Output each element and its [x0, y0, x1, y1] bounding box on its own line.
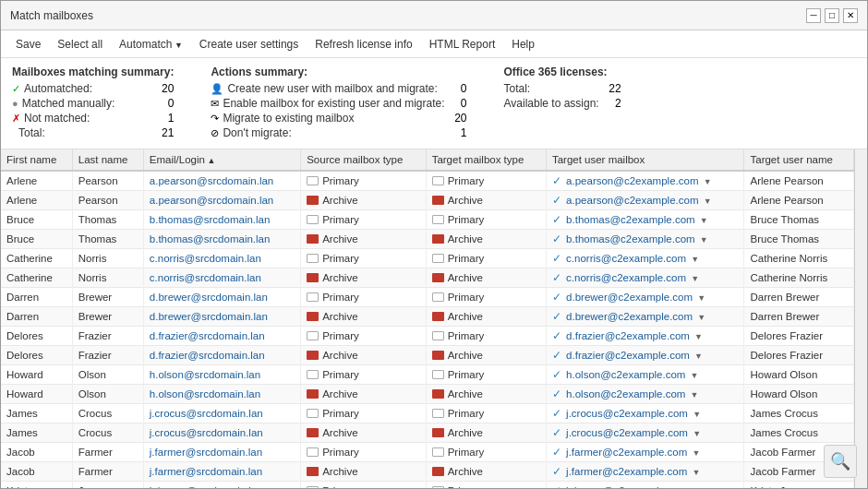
dropdown-arrow-icon[interactable]: ▼ — [694, 352, 703, 361]
dropdown-arrow-icon[interactable]: ▼ — [697, 313, 705, 322]
dropdown-arrow-icon[interactable]: ▼ — [693, 429, 701, 438]
cell-email: c.norris@srcdomain.lan — [143, 268, 300, 288]
person-icon: 👤 — [211, 83, 223, 95]
source-type-label: Primary — [322, 369, 359, 380]
table-row[interactable]: Delores Frazier d.frazier@srcdomain.lan … — [1, 346, 854, 365]
table-row[interactable]: Bruce Thomas b.thomas@srcdomain.lan Arch… — [1, 230, 854, 249]
col-target-name[interactable]: Target user name — [744, 149, 854, 171]
menu-save[interactable]: Save — [8, 35, 48, 54]
dropdown-arrow-icon[interactable]: ▼ — [691, 371, 699, 380]
table-row[interactable]: Arlene Pearson a.pearson@srcdomain.lan A… — [1, 191, 854, 210]
dropdown-arrow-icon[interactable]: ▼ — [692, 468, 700, 477]
col-target-type[interactable]: Target mailbox type — [426, 149, 546, 171]
cell-target-type: Archive — [426, 346, 546, 365]
search-button[interactable]: 🔍 — [824, 445, 857, 478]
cell-target-type: Primary — [426, 210, 546, 230]
total-label: Total: — [18, 126, 45, 139]
minimize-button[interactable]: ─ — [806, 8, 821, 23]
col-last-name[interactable]: Last name — [72, 149, 143, 171]
dropdown-arrow-icon[interactable]: ▼ — [700, 216, 708, 225]
dropdown-arrow-icon[interactable]: ▼ — [692, 448, 700, 458]
cell-target-name: James Crocus — [744, 404, 854, 423]
dropdown-arrow-icon[interactable]: ▼ — [691, 390, 699, 400]
table-row[interactable]: James Crocus j.crocus@srcdomain.lan Arch… — [1, 423, 854, 443]
table-row[interactable]: Bruce Thomas b.thomas@srcdomain.lan Prim… — [1, 210, 854, 230]
checkmark-icon: ✓ — [552, 466, 561, 477]
cell-last: Brewer — [72, 307, 143, 327]
cell-target-name: Bruce Thomas — [744, 210, 854, 230]
table-row[interactable]: Darren Brewer d.brewer@srcdomain.lan Arc… — [1, 307, 854, 327]
dropdown-arrow-icon[interactable]: ▼ — [693, 410, 701, 419]
cell-email: d.brewer@srcdomain.lan — [143, 288, 300, 307]
cell-email: h.olson@srcdomain.lan — [143, 385, 300, 404]
table-row[interactable]: Catherine Norris c.norris@srcdomain.lan … — [1, 268, 854, 288]
checkmark-icon: ✓ — [552, 369, 561, 380]
cell-source-type: Archive — [301, 385, 426, 404]
table-row[interactable]: Arlene Pearson a.pearson@srcdomain.lan P… — [1, 171, 854, 191]
col-source-type[interactable]: Source mailbox type — [301, 149, 426, 171]
cell-last: Crocus — [72, 423, 143, 443]
archive-icon — [307, 312, 319, 321]
table-row[interactable]: Kristy James k.james@srcdomain.lan Prima… — [1, 482, 854, 489]
dropdown-arrow-icon[interactable]: ▼ — [691, 274, 699, 283]
dropdown-arrow-icon[interactable]: ▼ — [691, 255, 699, 264]
table-row[interactable]: Jacob Farmer j.farmer@srcdomain.lan Arch… — [1, 462, 854, 482]
cell-target-type: Archive — [426, 268, 546, 288]
menu-bar: Save Select all Automatch Create user se… — [1, 30, 867, 58]
archive-icon — [307, 196, 319, 205]
table-row[interactable]: Howard Olson h.olson@srcdomain.lan Archi… — [1, 385, 854, 404]
cell-target-mailbox: ✓ j.crocus@c2example.com ▼ — [546, 404, 744, 423]
cell-last: Farmer — [72, 443, 143, 462]
menu-create-user-settings[interactable]: Create user settings — [192, 35, 306, 54]
source-type-label: Archive — [322, 311, 357, 322]
summary-bar: Mailboxes matching summary: ✓ Automatche… — [1, 58, 867, 149]
cell-target-type: Primary — [426, 327, 546, 346]
table-row[interactable]: Delores Frazier d.frazier@srcdomain.lan … — [1, 327, 854, 346]
scrollbar[interactable] — [854, 149, 867, 488]
envelope-icon: ✉ — [211, 98, 219, 110]
cell-last: Crocus — [72, 404, 143, 423]
cell-last: Brewer — [72, 288, 143, 307]
dropdown-arrow-icon[interactable]: ▼ — [700, 235, 708, 244]
source-type-label: Primary — [322, 447, 359, 458]
dropdown-arrow-icon[interactable]: ▼ — [697, 293, 705, 303]
cell-target-mailbox: ✓ a.pearson@c2example.com ▼ — [546, 171, 744, 191]
col-first-name[interactable]: First name — [1, 149, 72, 171]
close-button[interactable]: ✕ — [843, 8, 858, 23]
source-type-label: Archive — [322, 388, 357, 400]
table-row[interactable]: Howard Olson h.olson@srcdomain.lan Prima… — [1, 365, 854, 385]
cell-source-type: Archive — [301, 230, 426, 249]
table-row[interactable]: Catherine Norris c.norris@srcdomain.lan … — [1, 249, 854, 268]
menu-refresh-license[interactable]: Refresh license info — [307, 35, 419, 54]
dropdown-arrow-icon[interactable]: ▼ — [693, 487, 701, 488]
mailboxes-summary: Mailboxes matching summary: ✓ Automatche… — [12, 66, 174, 141]
table-row[interactable]: Jacob Farmer j.farmer@srcdomain.lan Prim… — [1, 443, 854, 462]
menu-select-all[interactable]: Select all — [50, 35, 110, 54]
table-scroll[interactable]: First name Last name Email/Login Source … — [1, 149, 854, 488]
menu-help[interactable]: Help — [504, 35, 542, 54]
enable-mailbox-label: Enable mailbox for existing user and mig… — [223, 97, 444, 110]
maximize-button[interactable]: □ — [825, 8, 839, 23]
source-type-label: Archive — [322, 272, 357, 283]
target-type-label: Archive — [448, 466, 483, 477]
table-row[interactable]: Darren Brewer d.brewer@srcdomain.lan Pri… — [1, 288, 854, 307]
archive-icon — [432, 312, 444, 321]
cell-email: a.pearson@srcdomain.lan — [143, 171, 300, 191]
table-row[interactable]: James Crocus j.crocus@srcdomain.lan Prim… — [1, 404, 854, 423]
target-type-label: Primary — [448, 485, 485, 489]
target-type-label: Archive — [448, 388, 483, 400]
menu-automatch[interactable]: Automatch — [112, 35, 190, 54]
col-target-mailbox[interactable]: Target user mailbox — [546, 149, 744, 171]
cell-target-mailbox: ✓ a.pearson@c2example.com ▼ — [546, 191, 744, 210]
dropdown-arrow-icon[interactable]: ▼ — [704, 197, 712, 206]
cell-target-name: Howard Olson — [744, 365, 854, 385]
blank-icon — [12, 127, 15, 138]
col-email[interactable]: Email/Login — [143, 149, 300, 171]
cell-first: Howard — [1, 365, 72, 385]
dropdown-arrow-icon[interactable]: ▼ — [704, 177, 712, 186]
cell-target-mailbox: ✓ h.olson@c2example.com ▼ — [546, 385, 744, 404]
target-type-label: Archive — [448, 311, 483, 322]
cell-target-mailbox: ✓ k.james@c2example.com ▼ — [546, 482, 744, 489]
menu-html-report[interactable]: HTML Report — [422, 35, 503, 54]
dropdown-arrow-icon[interactable]: ▼ — [694, 332, 703, 341]
